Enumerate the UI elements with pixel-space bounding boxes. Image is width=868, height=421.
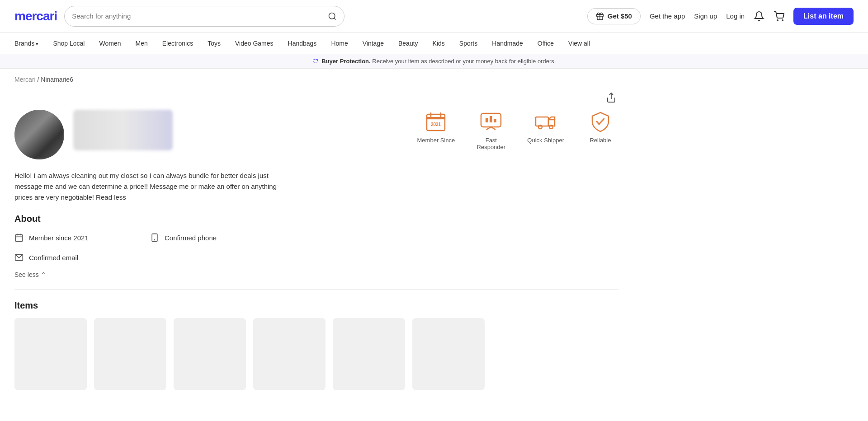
nav-brands[interactable]: Brands [14, 40, 38, 47]
bio-text: Hello! I am always cleaning out my close… [14, 170, 295, 203]
get50-label: Get $50 [608, 12, 632, 20]
profile-name-blurred [73, 110, 173, 150]
items-title: Items [14, 300, 618, 311]
nav-sports[interactable]: Sports [459, 40, 477, 47]
bell-icon [754, 11, 764, 22]
phone-icon [150, 233, 159, 242]
about-confirmed-phone-label: Confirmed phone [165, 234, 217, 242]
about-confirmed-email-label: Confirmed email [29, 254, 78, 262]
svg-rect-15 [490, 116, 492, 122]
nav-video-games[interactable]: Video Games [235, 40, 274, 47]
svg-rect-14 [486, 118, 488, 122]
get50-button[interactable]: Get $50 [587, 8, 641, 24]
search-input[interactable] [72, 12, 328, 20]
breadcrumb-current: Ninamarie6 [41, 76, 73, 83]
about-confirmed-phone: Confirmed phone [150, 233, 286, 242]
header-actions: Get $50 Get the app Sign up Log in List … [587, 8, 854, 25]
gift-icon [596, 12, 604, 20]
nav-vintage[interactable]: Vintage [363, 40, 384, 47]
svg-point-18 [538, 125, 542, 129]
badge-member-since-icon: 2021 [424, 110, 448, 133]
nav-bar: Brands Shop Local Women Men Electronics … [0, 33, 868, 54]
nav-handbags[interactable]: Handbags [288, 40, 317, 47]
badge-reliable-icon [589, 110, 612, 133]
read-less-link[interactable]: Read less [96, 193, 126, 201]
banner-text: Receive your item as described or your m… [372, 58, 556, 65]
about-member-since: Member since 2021 [14, 233, 150, 242]
svg-rect-9 [427, 117, 445, 119]
banner-shield-icon: 🛡 [312, 58, 318, 65]
nav-men[interactable]: Men [135, 40, 147, 47]
avatar-image [14, 110, 64, 159]
badge-fast-responder-label: FastResponder [477, 137, 506, 150]
cart-button[interactable] [774, 11, 784, 22]
badges-section: 2021 Member Since FastResponder [417, 110, 618, 150]
avatar [14, 110, 64, 159]
item-placeholder-2[interactable] [94, 318, 166, 390]
svg-point-5 [782, 20, 783, 21]
see-less-button[interactable]: See less ⌃ [14, 271, 618, 278]
profile-section: 2021 Member Since FastResponder [14, 110, 618, 159]
badge-quick-shipper-icon [534, 110, 557, 133]
items-section: Items [14, 300, 618, 390]
svg-rect-16 [494, 119, 496, 122]
share-icon [606, 92, 617, 103]
nav-office[interactable]: Office [538, 40, 554, 47]
badge-reliable-label: Reliable [590, 137, 611, 144]
about-confirmed-email: Confirmed email [14, 253, 150, 262]
get-app-link[interactable]: Get the app [650, 12, 685, 20]
svg-line-1 [334, 18, 336, 19]
mercari-logo[interactable]: mercari [14, 9, 57, 23]
item-placeholder-5[interactable] [333, 318, 405, 390]
item-placeholder-4[interactable] [253, 318, 326, 390]
nav-view-all[interactable]: View all [568, 40, 590, 47]
search-bar [64, 6, 344, 27]
breadcrumb-home[interactable]: Mercari [14, 76, 36, 83]
share-button[interactable] [604, 90, 618, 106]
nav-home[interactable]: Home [331, 40, 348, 47]
nav-handmade[interactable]: Handmade [492, 40, 523, 47]
chevron-up-icon: ⌃ [41, 271, 46, 278]
nav-shop-local[interactable]: Shop Local [53, 40, 85, 47]
sign-up-link[interactable]: Sign up [694, 12, 717, 20]
cart-icon [774, 11, 784, 22]
badge-member-since-label: Member Since [417, 137, 455, 144]
svg-point-19 [549, 125, 553, 129]
badge-reliable: Reliable [582, 110, 618, 144]
svg-rect-17 [536, 117, 548, 126]
badge-fast-responder-icon [479, 110, 503, 133]
item-placeholder-6[interactable] [412, 318, 485, 390]
about-section: About Member since 2021 Confirmed ph [14, 214, 618, 278]
items-grid [14, 318, 618, 390]
about-title: About [14, 214, 618, 224]
share-row [14, 90, 618, 110]
about-member-since-label: Member since 2021 [29, 234, 89, 242]
list-item-button[interactable]: List an item [793, 8, 854, 25]
divider [14, 289, 618, 290]
nav-women[interactable]: Women [99, 40, 121, 47]
badge-quick-shipper: Quick Shipper [527, 110, 564, 144]
nav-electronics[interactable]: Electronics [162, 40, 193, 47]
svg-point-4 [777, 20, 778, 21]
badge-member-since: 2021 Member Since [417, 110, 455, 144]
svg-text:2021: 2021 [431, 122, 441, 127]
svg-rect-20 [16, 234, 23, 241]
search-icon [328, 12, 337, 21]
banner-bold: Buyer Protection. [321, 58, 370, 65]
log-in-link[interactable]: Log in [726, 12, 745, 20]
nav-kids[interactable]: Kids [433, 40, 445, 47]
notifications-button[interactable] [754, 11, 764, 22]
profile-info [73, 110, 417, 150]
about-grid: Member since 2021 Confirmed phone [14, 233, 286, 262]
email-icon [14, 253, 24, 262]
svg-point-0 [329, 13, 335, 19]
badge-fast-responder: FastResponder [473, 110, 509, 150]
breadcrumb: Mercari / Ninamarie6 [0, 69, 868, 87]
main-content: 2021 Member Since FastResponder [0, 87, 633, 405]
nav-toys[interactable]: Toys [208, 40, 221, 47]
nav-beauty[interactable]: Beauty [398, 40, 418, 47]
item-placeholder-1[interactable] [14, 318, 87, 390]
item-placeholder-3[interactable] [174, 318, 246, 390]
buyer-protection-banner: 🛡 Buyer Protection. Receive your item as… [0, 54, 868, 69]
calendar-icon [14, 233, 24, 242]
